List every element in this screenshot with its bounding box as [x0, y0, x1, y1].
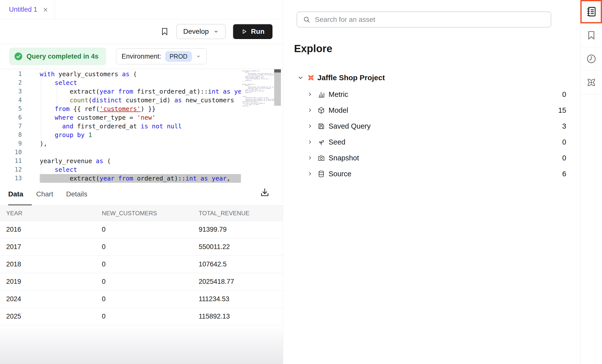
line-number: 5: [0, 105, 28, 113]
rail-button-bookmark[interactable]: [580, 24, 602, 47]
code-line[interactable]: 10: [0, 148, 283, 157]
results-tab-chart[interactable]: Chart: [36, 190, 53, 198]
tree-item-source[interactable]: Source6: [283, 166, 580, 182]
tree-item-model[interactable]: Model15: [283, 102, 580, 118]
tree-item-count: 3: [562, 122, 566, 130]
table-row: 20180107642.5: [0, 256, 283, 273]
table-cell: 0: [96, 295, 192, 303]
environment-label: Environment:: [122, 53, 161, 60]
table-row: 20250115892.13: [0, 308, 283, 325]
code-line[interactable]: 12 select: [0, 165, 283, 174]
explore-heading: Explore: [294, 43, 332, 55]
indent-guide: [41, 165, 41, 183]
tree-item-project[interactable]: Jaffle Shop Project: [283, 70, 580, 86]
status-row: Query completed in 4s Environment: PROD: [0, 44, 283, 69]
line-number: 1: [0, 70, 28, 78]
environment-value-badge: PROD: [165, 51, 192, 62]
line-number: 3: [0, 87, 28, 96]
chevron-right-icon[interactable]: [307, 171, 313, 177]
code-line[interactable]: 8 group by 1: [0, 131, 283, 139]
code-line[interactable]: 5 from {{ ref('customers') }}: [0, 105, 283, 113]
code-line[interactable]: 7 and first_ordered_at is not null: [0, 122, 283, 131]
code-line[interactable]: 9),: [0, 139, 283, 148]
editor-minimap[interactable]: with yearly_customers as ( select extrac…: [241, 69, 283, 183]
chevron-right-icon[interactable]: [307, 123, 313, 129]
collapse-panel-icon[interactable]: [555, 16, 564, 24]
line-number: 13: [0, 174, 28, 183]
code-line[interactable]: 13 extract(year from ordered_at)::int as…: [0, 174, 283, 183]
tree-item-snapshot[interactable]: Snapshot0: [283, 150, 580, 166]
right-icon-rail: [580, 0, 602, 364]
chevron-right-icon[interactable]: [307, 139, 313, 145]
rail-button-history[interactable]: [580, 47, 602, 71]
code-line[interactable]: 2 select: [0, 78, 283, 87]
table-cell: 0: [96, 313, 192, 320]
scroll-fade: [0, 325, 283, 364]
indent-guide: [41, 78, 41, 139]
indent-guide: [57, 87, 57, 105]
new-tab-plus-icon[interactable]: [60, 6, 68, 14]
chevron-right-icon[interactable]: [307, 107, 313, 113]
tree-item-label: Model: [329, 106, 348, 114]
table-row: 201902025418.77: [0, 273, 283, 291]
table-cell: 0: [96, 226, 192, 233]
table-cell: 0: [96, 260, 192, 268]
query-editor-pane: Untitled 1 Develop Run Query completed i…: [0, 0, 283, 364]
search-icon: [303, 16, 310, 23]
tree-item-count: 0: [562, 90, 566, 99]
table-cell: 115892.13: [192, 313, 283, 320]
table-cell: 0: [96, 278, 192, 286]
play-icon: [241, 28, 247, 35]
code-line[interactable]: 11yearly_revenue as (: [0, 157, 283, 165]
table-cell: 550011.22: [192, 243, 283, 251]
line-number: 2: [0, 78, 28, 87]
code-line[interactable]: 6 where customer_type = 'new': [0, 113, 283, 122]
bookmark-icon[interactable]: [160, 27, 169, 36]
column-header[interactable]: TOTAL_REVENUE: [192, 210, 283, 217]
table-cell: 2019: [0, 278, 96, 286]
sql-code-editor[interactable]: 1with yearly_customers as (2 select3 ext…: [0, 69, 283, 183]
chevron-right-icon[interactable]: [307, 155, 313, 161]
tree-item-metric[interactable]: Metric0: [283, 86, 580, 102]
code-line[interactable]: 4 count(distinct customer_id) as new_cus…: [0, 96, 283, 105]
line-number: 8: [0, 131, 28, 139]
code-line[interactable]: 1with yearly_customers as (: [0, 70, 283, 78]
table-cell: 2025: [0, 313, 96, 320]
dbt-logo-icon: [307, 74, 315, 82]
table-cell: 2016: [0, 226, 96, 233]
tree-item-label: Snapshot: [329, 154, 359, 162]
environment-selector[interactable]: Environment: PROD: [116, 48, 207, 64]
tab-untitled-1[interactable]: Untitled 1: [0, 0, 55, 19]
rail-button-copilot[interactable]: [580, 71, 602, 94]
tree-item-saved-query[interactable]: Saved Query3: [283, 118, 580, 134]
search-input[interactable]: [315, 16, 545, 24]
editor-scrollbar-thumb[interactable]: [274, 73, 281, 106]
chevron-down-icon[interactable]: [297, 74, 304, 81]
chevron-right-icon[interactable]: [307, 91, 313, 97]
develop-dropdown-button[interactable]: Develop: [177, 24, 226, 39]
tree-item-seed[interactable]: Seed0: [283, 134, 580, 150]
history-icon: [586, 54, 597, 64]
table-row: 20240111234.53: [0, 291, 283, 308]
column-header[interactable]: NEW_CUSTOMERS: [96, 210, 192, 217]
results-tab-data[interactable]: Data: [8, 190, 23, 198]
source-icon: [317, 170, 325, 178]
snapshot-icon: [317, 154, 325, 162]
run-button[interactable]: Run: [233, 24, 272, 39]
bookmark-icon: [586, 30, 597, 40]
rail-button-catalog[interactable]: [580, 0, 602, 24]
close-icon[interactable]: [42, 6, 49, 13]
code-lines: 1with yearly_customers as (2 select3 ext…: [0, 70, 283, 183]
editor-toolbar: Develop Run: [0, 19, 283, 44]
results-tab-details[interactable]: Details: [66, 190, 87, 198]
tree-item-count: 0: [562, 138, 566, 146]
table-cell: 2017: [0, 243, 96, 251]
asset-search-box[interactable]: [297, 12, 551, 27]
line-number: 12: [0, 165, 28, 174]
column-header[interactable]: YEAR: [0, 210, 96, 217]
explore-pane: Explore Jaffle Shop Project Metric0Model…: [283, 0, 580, 364]
tree-item-label: Source: [329, 170, 351, 178]
code-line[interactable]: 3 extract(year from first_ordered_at)::i…: [0, 87, 283, 96]
download-icon[interactable]: [260, 187, 270, 198]
table-cell: 91399.79: [192, 226, 283, 233]
